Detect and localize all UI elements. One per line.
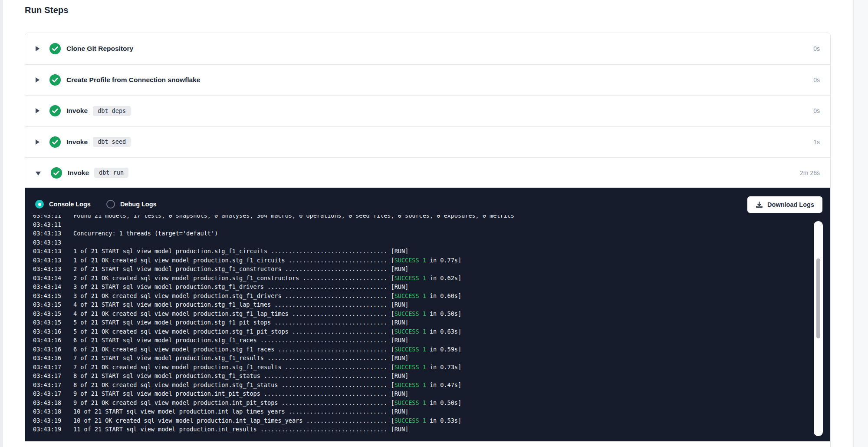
log-status-tag: [SUCCESS 1 in 0.62s] [387, 275, 461, 281]
log-timestamp: 03:43:16 [33, 354, 73, 363]
log-message: 3 of 21 START sql view model production.… [73, 283, 387, 290]
log-status-tag: [SUCCESS 1 in 0.73s] [387, 364, 461, 371]
log-timestamp: 03:43:15 [33, 300, 73, 309]
step-command-badge: dbt run [94, 168, 128, 178]
chevron-down-icon[interactable] [36, 172, 41, 175]
log-status-tag: [RUN] [387, 354, 408, 361]
log-message: 10 of 21 START sql view model production… [73, 408, 387, 415]
console-logs-option[interactable]: Console Logs [35, 200, 91, 209]
log-line: 03:43:166 of 21 OK created sql view mode… [33, 345, 778, 354]
log-timestamp: 03:43:17 [33, 371, 73, 381]
success-check-icon [49, 74, 61, 86]
step-command-badge: dbt deps [93, 106, 131, 116]
log-timestamp: 03:43:17 [33, 363, 73, 372]
log-timestamp: 03:43:15 [33, 291, 73, 301]
chevron-right-icon[interactable] [36, 108, 39, 113]
log-line: 03:43:142 of 21 OK created sql view mode… [33, 274, 778, 283]
chevron-right-icon[interactable] [36, 77, 39, 83]
log-status-tag: [RUN] [387, 283, 408, 290]
log-message: 2 of 21 OK created sql view model produc… [73, 275, 387, 281]
debug-logs-label: Debug Logs [120, 201, 157, 208]
success-check-icon [49, 43, 61, 54]
log-scrollbar-track[interactable] [814, 221, 823, 436]
chevron-right-icon[interactable] [36, 46, 39, 51]
log-line: 03:43:13 [33, 238, 778, 247]
run-step-row[interactable]: Invoke dbt deps 0s [25, 95, 830, 126]
log-message: 5 of 21 OK created sql view model produc… [73, 328, 387, 335]
step-duration: 0s [813, 107, 820, 114]
page-left-gutter [0, 0, 3, 447]
log-view-switcher: Console Logs Debug Logs [35, 195, 172, 213]
log-status-tag: [SUCCESS 1 in 0.77s] [387, 257, 461, 264]
step-label: Invoke [66, 138, 88, 146]
log-timestamp: 03:43:13 [33, 256, 73, 265]
log-status-tag: [SUCCESS 1 in 0.50s] [387, 310, 461, 317]
log-line: 03:43:177 of 21 OK created sql view mode… [33, 363, 778, 372]
log-timestamp: 03:43:14 [33, 274, 73, 283]
log-message: 9 of 21 START sql view model production.… [73, 390, 387, 397]
log-status-tag: [SUCCESS 1 in 0.59s] [387, 346, 461, 353]
log-line: 03:43:1911 of 21 START sql view model pr… [33, 425, 778, 434]
log-panel: Console Logs Debug Logs Download Logs 03… [25, 188, 830, 441]
step-label: Invoke [68, 169, 89, 177]
log-timestamp: 03:43:13 [33, 238, 73, 247]
success-check-icon [51, 167, 62, 179]
log-timestamp: 03:43:11 [33, 215, 73, 220]
run-step-row[interactable]: Invoke dbt run 2m 26s [25, 157, 830, 188]
console-log-output: 03:43:11Found 21 models, 17 tests, 0 sna… [33, 215, 778, 436]
download-logs-label: Download Logs [767, 201, 814, 208]
radio-unselected-icon[interactable] [106, 200, 115, 209]
log-message: 9 of 21 OK created sql view model produc… [73, 399, 387, 406]
log-status-tag: [SUCCESS 1 in 0.63s] [387, 328, 461, 335]
log-line: 03:43:167 of 21 START sql view model pro… [33, 354, 778, 363]
chevron-right-icon[interactable] [36, 139, 39, 145]
log-message: Found 21 models, 17 tests, 0 snapshots, … [73, 215, 514, 219]
log-message: 7 of 21 START sql view model production.… [73, 354, 387, 361]
step-label: Clone Git Repository [66, 45, 133, 53]
run-step-row[interactable]: Create Profile from Connection snowflake… [25, 64, 830, 96]
download-logs-button[interactable]: Download Logs [747, 196, 822, 213]
step-duration: 0s [813, 76, 820, 83]
download-icon [756, 201, 763, 209]
log-status-tag: [RUN] [387, 408, 408, 415]
log-message: 5 of 21 START sql view model production.… [73, 319, 387, 326]
log-message: 3 of 21 OK created sql view model produc… [73, 292, 387, 299]
log-timestamp: 03:43:13 [33, 247, 73, 256]
log-line: 03:43:189 of 21 OK created sql view mode… [33, 398, 778, 407]
log-line: 03:43:165 of 21 OK created sql view mode… [33, 327, 778, 336]
log-timestamp: 03:43:15 [33, 309, 73, 318]
log-message: 8 of 21 OK created sql view model produc… [73, 381, 387, 388]
log-line: 03:43:153 of 21 OK created sql view mode… [33, 291, 778, 301]
log-status-tag: [SUCCESS 1 in 0.47s] [387, 381, 461, 388]
log-scrollbar-thumb[interactable] [816, 258, 820, 338]
log-line: 03:43:11 [33, 220, 778, 229]
log-line: 03:43:11Found 21 models, 17 tests, 0 sna… [33, 215, 778, 220]
log-line: 03:43:178 of 21 OK created sql view mode… [33, 381, 778, 390]
log-status-tag: [RUN] [387, 265, 408, 272]
log-message: 6 of 21 START sql view model production.… [73, 337, 387, 344]
log-timestamp: 03:43:16 [33, 345, 73, 354]
page-title: Run Steps [25, 5, 69, 15]
log-line: 03:43:131 of 21 OK created sql view mode… [33, 256, 778, 265]
log-status-tag: [RUN] [387, 337, 408, 344]
log-line: 03:43:179 of 21 START sql view model pro… [33, 389, 778, 398]
success-check-icon [49, 105, 61, 116]
log-line: 03:43:143 of 21 START sql view model pro… [33, 282, 778, 291]
console-logs-label: Console Logs [49, 201, 91, 208]
log-message: 7 of 21 OK created sql view model produc… [73, 364, 387, 371]
log-message: 4 of 21 OK created sql view model produc… [73, 310, 387, 317]
debug-logs-option[interactable]: Debug Logs [106, 200, 157, 209]
run-step-row[interactable]: Clone Git Repository 0s [25, 33, 830, 64]
log-status-tag: [RUN] [387, 319, 408, 326]
radio-selected-icon[interactable] [35, 200, 44, 209]
log-line: 03:43:178 of 21 START sql view model pro… [33, 371, 778, 381]
log-message: Concurrency: 1 threads (target='default'… [73, 230, 218, 237]
log-message: 10 of 21 OK created sql view model produ… [73, 417, 387, 424]
step-duration: 2m 26s [800, 169, 820, 176]
log-status-tag: [RUN] [387, 248, 408, 255]
log-timestamp: 03:43:17 [33, 389, 73, 398]
log-timestamp: 03:43:15 [33, 318, 73, 327]
run-step-row[interactable]: Invoke dbt seed 1s [25, 126, 830, 158]
log-timestamp: 03:43:14 [33, 282, 73, 291]
log-status-tag: [RUN] [387, 390, 408, 397]
